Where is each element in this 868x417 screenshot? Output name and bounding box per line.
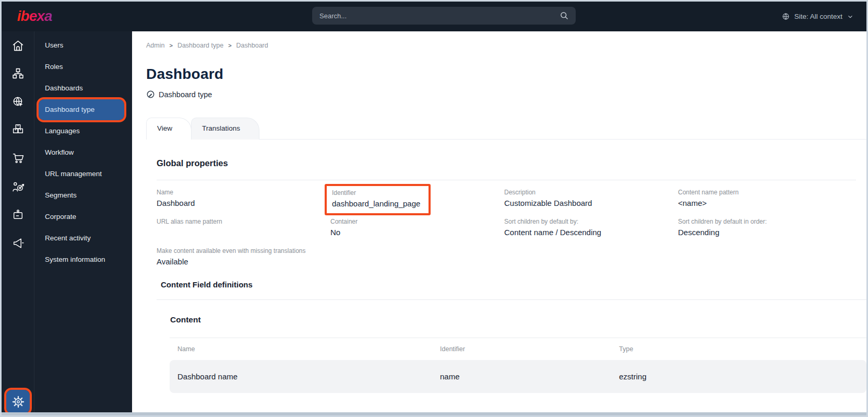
sidebar-item-system-information[interactable]: System information [34, 249, 132, 270]
icon-rail [2, 31, 34, 415]
column-header-name: Name [170, 345, 432, 353]
column-header-type: Type [611, 345, 866, 353]
ibexa-logo[interactable]: ibexa [17, 8, 52, 25]
cell-field-type: ezstring [611, 372, 866, 381]
field-content-name-pattern: Content name pattern <name> [678, 189, 739, 207]
field-description: Description Customizable Dashboard [504, 189, 592, 207]
sidebar-item-dashboards[interactable]: Dashboards [34, 78, 132, 99]
tab-view[interactable]: View [146, 118, 192, 140]
content-type-icon [146, 90, 155, 99]
main-content: Admin > Dashboard type > Dashboard Dashb… [132, 31, 866, 415]
sidebar-item-url-management[interactable]: URL management [34, 164, 132, 184]
personalization-icon[interactable] [11, 180, 25, 193]
field-container: Container No [330, 218, 358, 237]
tab-translations[interactable]: Translations [191, 118, 259, 140]
search-icon[interactable] [559, 10, 569, 21]
globe-icon [781, 12, 790, 21]
admin-settings-button[interactable] [6, 390, 30, 413]
sidebar-item-roles[interactable]: Roles [34, 56, 132, 77]
sidebar-item-workflow[interactable]: Workflow [34, 142, 132, 163]
bottom-scrollbar[interactable] [2, 412, 866, 415]
breadcrumb-dashboard-type[interactable]: Dashboard type [177, 42, 223, 49]
tab-strip: View Translations [146, 118, 866, 140]
chevron-down-icon [847, 13, 854, 20]
section-divider [157, 180, 856, 180]
settings-gear-icon [11, 395, 25, 409]
sidebar-item-languages[interactable]: Languages [34, 121, 132, 142]
field-url-alias-pattern: URL alias name pattern [157, 218, 222, 228]
site-icon[interactable] [11, 95, 25, 108]
content-type-label: Dashboard type [159, 90, 212, 99]
commerce-cart-icon[interactable] [11, 152, 25, 165]
breadcrumb-dashboard[interactable]: Dashboard [236, 42, 268, 49]
app-window: ibexa Site: All context [0, 0, 868, 417]
top-bar: ibexa Site: All context [2, 2, 866, 31]
sidebar-item-users[interactable]: Users [34, 35, 132, 56]
sidebar-item-recent-activity[interactable]: Recent activity [34, 228, 132, 249]
cell-field-identifier: name [432, 372, 611, 381]
breadcrumb-separator: > [169, 42, 172, 49]
global-search [312, 7, 576, 25]
sidebar-item-dashboard-type[interactable]: Dashboard type [39, 99, 124, 120]
global-properties-heading: Global properties [157, 158, 228, 168]
table-row[interactable]: Dashboard name name ezstring [170, 360, 866, 393]
field-group-heading: Content [170, 315, 201, 325]
content-type-subtitle: Dashboard type [146, 90, 212, 99]
search-input[interactable] [312, 12, 559, 20]
marketing-megaphone-icon[interactable] [11, 237, 25, 250]
site-context-label: Site: All context [794, 13, 842, 20]
cell-field-name: Dashboard name [170, 372, 432, 381]
field-sort-order: Sort children by default in order: Desce… [678, 218, 767, 237]
field-sort-by: Sort children by default by: Content nam… [504, 218, 601, 237]
admin-menu-panel: Users Roles Dashboards Dashboard type La… [34, 31, 132, 415]
breadcrumb: Admin > Dashboard type > Dashboard [146, 42, 268, 49]
breadcrumb-admin[interactable]: Admin [146, 42, 164, 49]
home-icon[interactable] [11, 39, 25, 52]
field-name: Name Dashboard [157, 189, 195, 207]
section-divider [170, 338, 866, 338]
column-header-identifier: Identifier [432, 345, 611, 353]
corporate-badge-icon[interactable] [11, 209, 25, 222]
content-tree-icon[interactable] [11, 67, 25, 80]
field-missing-translations: Make content available even with missing… [157, 247, 305, 266]
sidebar-item-corporate[interactable]: Corporate [34, 206, 132, 227]
page-title: Dashboard [146, 66, 223, 83]
section-divider [157, 299, 866, 300]
sidebar-item-segments[interactable]: Segments [34, 185, 132, 206]
breadcrumb-separator: > [228, 42, 231, 49]
table-header: Name Identifier Type [170, 345, 866, 353]
products-icon[interactable] [11, 123, 25, 136]
site-context-selector[interactable]: Site: All context [781, 2, 854, 31]
field-definitions-heading: Content Field definitions [161, 280, 253, 289]
field-identifier-highlighted: Identifier dashboard_landing_page [325, 184, 431, 215]
